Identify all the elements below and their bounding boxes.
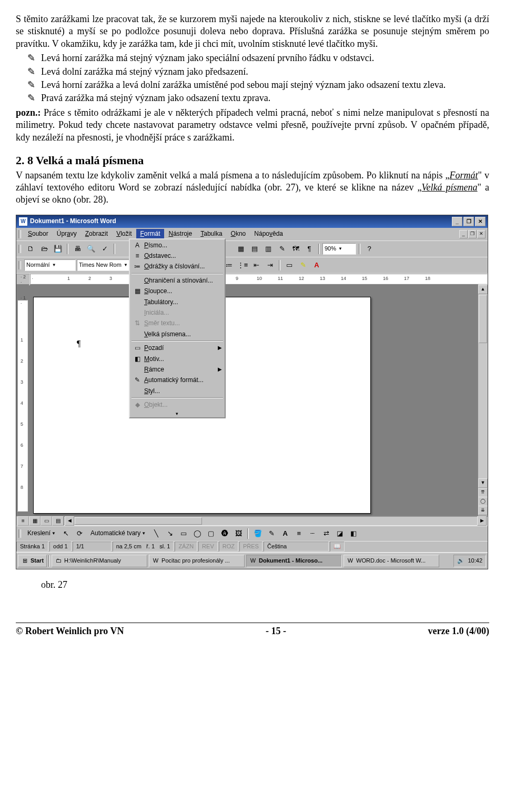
indent-icon[interactable]: ⇥	[264, 259, 276, 272]
taskbar-item[interactable]: WWORD.doc - Microsoft W...	[344, 555, 439, 567]
rotate-icon[interactable]: ⟳	[74, 527, 86, 540]
docmap-icon[interactable]: 🗺	[289, 243, 302, 255]
status-rev[interactable]: REV	[198, 542, 218, 552]
scroll-left-icon[interactable]: ◀	[65, 516, 74, 526]
clipart-icon[interactable]: 🖼	[232, 527, 245, 540]
normal-view-icon[interactable]: ≡	[17, 516, 29, 526]
mdi-restore[interactable]: ❐	[468, 230, 477, 238]
prev-page-icon[interactable]: ⇈	[478, 488, 488, 497]
dd-item-r-mce[interactable]: Rámce▶	[130, 364, 224, 375]
scroll-up-icon[interactable]: ▲	[478, 285, 488, 294]
line-icon[interactable]: ╲	[150, 527, 163, 540]
start-button[interactable]: ⊞ Start	[18, 555, 47, 567]
arrow-style-icon[interactable]: ⇄	[320, 527, 332, 540]
status-lang[interactable]: Čeština	[264, 542, 329, 552]
taskbar-item[interactable]: WDokument1 - Microso...	[246, 555, 342, 567]
zoom-combo[interactable]: 90%▼	[322, 243, 356, 255]
arrow-icon[interactable]: ↘	[164, 527, 176, 540]
open-icon[interactable]: 🗁	[38, 243, 50, 255]
line-color-icon[interactable]: ✎	[265, 527, 278, 540]
oval-icon[interactable]: ◯	[191, 527, 204, 540]
menu-upravy[interactable]: Úpravy	[53, 229, 80, 238]
dd-item-sloupce-[interactable]: ▦Sloupce...	[130, 286, 224, 296]
textbox-icon[interactable]: ▢	[205, 527, 217, 540]
columns-icon[interactable]: ▥	[262, 243, 275, 255]
scroll-down-icon[interactable]: ▼	[478, 478, 488, 488]
print-view-icon[interactable]: ▭	[41, 516, 52, 526]
taskbar-item[interactable]: WPocitac pro profesionály ...	[149, 555, 245, 567]
tables-icon[interactable]: ▦	[235, 243, 247, 255]
select-arrow-icon[interactable]: ↖	[60, 527, 73, 540]
outline-view-icon[interactable]: ▤	[52, 516, 64, 526]
mdi-close[interactable]: ✕	[477, 230, 486, 238]
dd-item-odr-ky-a-slov-n-[interactable]: ≔Odrážky a číslování...	[130, 261, 224, 272]
menu-vlozit[interactable]: Vložit	[113, 229, 135, 238]
vertical-scrollbar[interactable]: ▲ ▼ ⇈ ◯ ⇊	[478, 284, 488, 516]
borders-icon[interactable]: ▭	[283, 259, 296, 272]
toolbar-handle-1[interactable]	[18, 245, 21, 253]
status-roz[interactable]: ROZ	[219, 542, 238, 552]
dd-item-velk-p-smena-[interactable]: Velká písmena...	[130, 329, 224, 339]
status-zazn[interactable]: ZÁZN	[175, 542, 197, 552]
excel-icon[interactable]: ▤	[248, 243, 261, 255]
wordart-icon[interactable]: 🅐	[218, 527, 231, 540]
horizontal-ruler[interactable]: · 2 ·· 1 ·123456789101112131415161718	[30, 274, 488, 284]
dd-item-automatick-form-t-[interactable]: ✎Automatický formát...	[130, 375, 224, 385]
web-view-icon[interactable]: ▦	[29, 516, 41, 526]
line-style-icon[interactable]: ≡	[292, 527, 305, 540]
spellcheck-icon[interactable]: ✓	[98, 243, 111, 255]
close-button[interactable]: ✕	[475, 217, 486, 226]
mdi-minimize[interactable]: _	[459, 230, 468, 238]
outdent-icon[interactable]: ⇤	[250, 259, 262, 272]
preview-icon[interactable]: 🔍	[85, 243, 97, 255]
font-color-icon[interactable]: A	[310, 259, 323, 272]
dd-item-motiv-[interactable]: ◧Motiv...	[130, 354, 224, 364]
next-page-icon[interactable]: ⇊	[478, 506, 488, 515]
style-combo[interactable]: Normální▼	[24, 259, 76, 271]
menu-tabulka[interactable]: Tabulka	[197, 229, 226, 238]
scroll-right-icon[interactable]: ▶	[477, 516, 487, 526]
dash-style-icon[interactable]: ┄	[306, 527, 319, 540]
dd-item-tabul-tory-[interactable]: Tabulátory...	[130, 297, 224, 307]
menu-soubor[interactable]: Soubor	[24, 229, 52, 238]
help-icon[interactable]: ?	[363, 243, 376, 255]
status-book-icon[interactable]: 📖	[330, 542, 345, 552]
toolbar-handle-2[interactable]	[18, 261, 21, 269]
vertical-ruler[interactable]: · 2 ·· 1 ·12345678	[16, 284, 29, 516]
rect-icon[interactable]: ▭	[177, 527, 190, 540]
menu-nastroje[interactable]: Nástroje	[165, 229, 196, 238]
status-pres[interactable]: PŘES	[239, 542, 262, 552]
volume-icon[interactable]: 🔊	[457, 557, 464, 564]
autoshapes-menu[interactable]: Automatické tvary▼	[87, 528, 149, 538]
maximize-button[interactable]: ❐	[463, 217, 474, 226]
system-tray[interactable]: 🔊 10:42	[453, 555, 486, 567]
dd-item-odstavec-[interactable]: ≡Odstavec...	[130, 250, 224, 261]
3d-icon[interactable]: ◧	[347, 527, 360, 540]
pilcrow-icon[interactable]: ¶	[303, 243, 316, 255]
taskbar-item[interactable]: 🗀H:\WeinlichR\Manualy	[52, 555, 147, 567]
save-icon[interactable]: 💾	[52, 243, 64, 255]
menu-format[interactable]: Formát	[136, 229, 164, 238]
font-color2-icon[interactable]: A	[279, 527, 291, 540]
dd-item-p-smo-[interactable]: APísmo...	[130, 240, 224, 250]
scroll-thumb-h[interactable]	[75, 517, 202, 525]
drawing-icon[interactable]: ✎	[276, 243, 288, 255]
shadow-icon[interactable]: ◪	[334, 527, 346, 540]
browse-object-icon[interactable]: ◯	[478, 497, 488, 506]
print-icon[interactable]: 🖶	[71, 243, 84, 255]
menu-napoveda[interactable]: Nápověda	[250, 229, 287, 238]
dd-expand[interactable]: ▾	[130, 410, 224, 417]
new-doc-icon[interactable]: 🗋	[24, 243, 37, 255]
menu-okno[interactable]: Okno	[227, 229, 250, 238]
bullet-list-icon[interactable]: ⋮≡	[236, 259, 249, 272]
fill-color-icon[interactable]: 🪣	[251, 527, 264, 540]
dd-item-ohrani-en-a-st-nov-n-[interactable]: Ohraničení a stínování...	[130, 275, 224, 286]
horizontal-scrollbar[interactable]: ◀ ▶	[64, 516, 488, 526]
menubar-handle[interactable]	[18, 230, 21, 238]
highlight-icon[interactable]: ✎	[297, 259, 309, 272]
scroll-thumb-v[interactable]	[479, 295, 487, 343]
minimize-button[interactable]: _	[452, 217, 462, 226]
dd-item-styl-[interactable]: Styl...	[130, 386, 224, 396]
draw-menu[interactable]: Kreslení▼	[24, 528, 59, 538]
menu-zobrazit[interactable]: Zobrazit	[82, 229, 112, 238]
